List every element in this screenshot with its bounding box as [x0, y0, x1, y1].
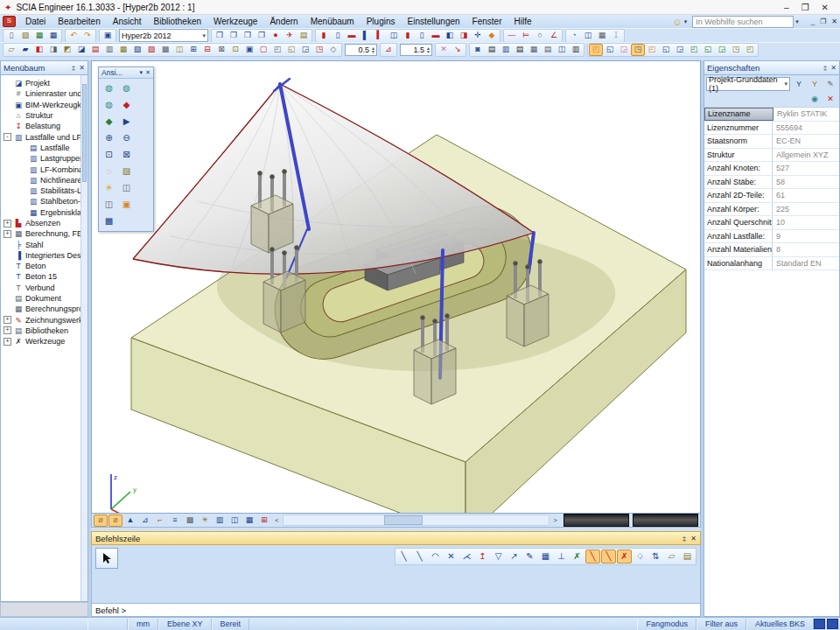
property-row[interactable]: Anzahl Materialien: 8 [704, 243, 839, 257]
color-ball-icon[interactable]: ◉ [808, 93, 822, 105]
snap-perpendicular-icon[interactable]: ⊥ [554, 550, 569, 564]
property-value[interactable]: Standard EN [773, 257, 839, 270]
plate-icon[interactable]: ▍ [373, 30, 387, 42]
tree-item[interactable]: - ▥ Lastfälle und LF-Kombinatic [1, 131, 88, 142]
new-project-icon[interactable]: ▯ [4, 30, 18, 42]
tree-item[interactable]: ▐ Integriertes Design Forms [1, 250, 88, 261]
activity-current-icon[interactable]: ◰ [589, 44, 603, 56]
chamfer-icon[interactable]: ▩ [158, 44, 172, 56]
align-icon[interactable]: ◰ [270, 44, 284, 56]
move-icon[interactable]: ▱ [4, 44, 18, 56]
remove-icon[interactable]: ✕ [823, 93, 837, 105]
gallery-icon[interactable]: ▤ [541, 44, 555, 56]
menu-item[interactable]: Ändern [263, 15, 304, 28]
tree-item[interactable]: + ▦ Berechnung, FE-Netz [1, 228, 88, 239]
webhelp-search-input[interactable]: In Webhilfe suchen [692, 16, 794, 28]
snap-active-line-icon[interactable]: ╲ [585, 550, 600, 564]
tree-item[interactable]: T Verbund [1, 283, 88, 293]
saved-view-icon[interactable]: ◫ [118, 180, 135, 196]
tree-expander-icon[interactable]: + [4, 326, 11, 334]
menu-item[interactable]: Datei [19, 15, 52, 28]
label-display-icon[interactable]: ⌐ [153, 514, 167, 527]
animation-bar-2[interactable] [633, 514, 698, 527]
dimension-icon[interactable]: ◳ [312, 44, 326, 56]
reference-icon[interactable]: ◇ [326, 44, 340, 56]
close-button[interactable]: ✕ [822, 3, 829, 12]
scrollbar-thumb[interactable] [384, 515, 423, 525]
zoom-selection-icon[interactable]: ◌ [101, 164, 117, 179]
clipping-view-icon[interactable]: ▣ [118, 197, 135, 213]
pin-icon[interactable]: ‡ [682, 535, 686, 542]
activity-all-icon[interactable]: ◰ [645, 44, 659, 56]
project-open-icon[interactable]: ❐ [227, 30, 241, 42]
tree-item[interactable]: T Beton [1, 261, 88, 271]
wall-icon[interactable]: ◫ [387, 30, 401, 42]
visibility-on-icon[interactable]: ◰ [687, 44, 701, 56]
property-value[interactable]: 58 [773, 176, 839, 189]
save-as-icon[interactable]: ▦ [46, 30, 60, 42]
property-row[interactable]: Staatsnorm EC-EN [704, 135, 839, 149]
snap-table-icon[interactable]: ▤ [680, 550, 695, 564]
picture-icon[interactable]: ◫ [555, 44, 569, 56]
rib-icon[interactable]: ▮ [401, 30, 415, 42]
menu-item[interactable]: Plugins [360, 15, 402, 28]
break-icon[interactable]: ▦ [116, 44, 130, 56]
snap-endpoint-icon[interactable]: ✗ [570, 550, 584, 564]
zoom-all-icon[interactable]: ⊠ [118, 147, 135, 163]
circle-icon[interactable]: ○ [533, 30, 547, 42]
tree-item[interactable]: # Linienraster und Geschosse [1, 88, 88, 99]
clipboard-icon[interactable]: ▥ [569, 44, 583, 56]
tree-item[interactable]: + ▙ Absenzen [1, 218, 88, 228]
tree-item[interactable]: ╞ Stahl [1, 239, 88, 249]
project-import-icon[interactable]: ❐ [241, 30, 255, 42]
tree-item[interactable]: ▦ Berechnungsprotokoll [1, 304, 88, 314]
fillet-icon[interactable]: ▨ [144, 44, 158, 56]
tree-item[interactable]: + ▤ Bibliotheken [1, 326, 88, 336]
close-icon[interactable]: ✕ [690, 535, 696, 542]
wireframe-icon[interactable]: ▩ [101, 214, 117, 229]
menu-item[interactable]: Fenster [466, 15, 508, 28]
zoom-window-icon[interactable]: ⊡ [101, 147, 117, 163]
member-2d-icon[interactable]: ▯ [331, 30, 345, 42]
delete-icon[interactable]: ⊠ [214, 44, 228, 56]
color-wheel-icon[interactable]: ◔ [567, 30, 581, 42]
tree-item[interactable]: ▥ Nichtlineare LF-Kombin [1, 175, 88, 186]
tree-item[interactable]: ▤ Dokument [1, 293, 88, 304]
opening-icon[interactable]: ▬ [429, 30, 443, 42]
preview-icon[interactable]: ◫ [581, 30, 595, 42]
layer-manager-icon[interactable]: ◱ [659, 44, 673, 56]
render-toggle-icon[interactable]: ▩ [183, 514, 197, 527]
tree-scrollbar[interactable] [80, 75, 88, 601]
property-value[interactable]: 225 [773, 203, 839, 216]
mdi-minimize-button[interactable]: _ [811, 18, 815, 25]
load-display-icon[interactable]: ⊿ [138, 514, 152, 527]
viewport-3d-model[interactable]: z x y [92, 61, 701, 514]
property-value[interactable]: 527 [773, 162, 839, 175]
side-view-icon[interactable]: ▶ [118, 114, 135, 130]
clipping-plane-icon[interactable]: ◰ [743, 44, 757, 56]
tree-expander-icon[interactable]: + [4, 230, 11, 238]
engineering-report-icon[interactable]: ▤ [485, 44, 499, 56]
properties-selector[interactable]: Projekt-Grunddaten (1) ▾ [706, 77, 790, 91]
trim-icon[interactable]: ▤ [88, 44, 102, 56]
view-z-icon[interactable]: ◍ [101, 97, 117, 113]
zoom-out-icon[interactable]: ⊖ [118, 130, 135, 146]
clear-scale-icon[interactable]: ✕ [437, 44, 451, 56]
subtract-icon[interactable]: ⊟ [200, 44, 214, 56]
status-cell[interactable]: Fangmodus [637, 619, 696, 630]
calculator-icon[interactable]: ◙ [471, 44, 485, 56]
record-icon[interactable]: ● [269, 30, 283, 42]
property-value[interactable]: Allgemein XYZ [773, 149, 839, 162]
status-indicator-icon[interactable] [814, 619, 825, 629]
help-smiley-icon[interactable]: ☺ [672, 17, 682, 27]
explode-icon[interactable]: ▢ [256, 44, 270, 56]
status-indicator2-icon[interactable] [827, 619, 838, 629]
property-value[interactable]: 10 [773, 216, 839, 229]
clipping-box-icon[interactable]: ◳ [729, 44, 743, 56]
snap-grid-icon[interactable]: ▦ [538, 550, 553, 564]
snap-active-point-icon[interactable]: ✗ [617, 550, 632, 564]
model-view-icon[interactable]: ▲ [123, 514, 137, 527]
axonometry-icon[interactable]: ◆ [118, 97, 135, 113]
snap-ortho-icon[interactable]: ↥ [475, 550, 490, 564]
command-input[interactable]: Befehl > [91, 604, 701, 617]
